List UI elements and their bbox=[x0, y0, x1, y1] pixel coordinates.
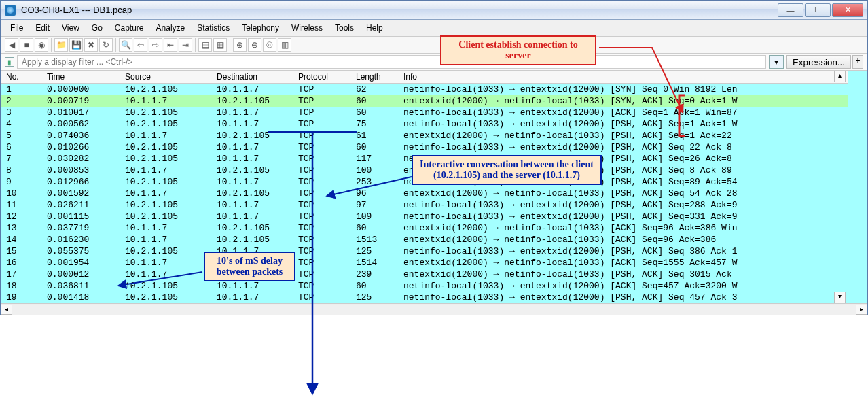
hscroll-track[interactable] bbox=[12, 305, 856, 315]
cell-no: 17 bbox=[1, 269, 41, 280]
packet-row[interactable]: 170.00001210.1.1.710.2.1.105TCP239entext… bbox=[1, 269, 867, 280]
packet-row[interactable]: 30.01001710.2.1.10510.1.1.7TCP60netinfo-… bbox=[1, 107, 867, 118]
close-file-button[interactable]: ✖ bbox=[84, 38, 98, 52]
filter-history-dropdown[interactable]: ▾ bbox=[769, 55, 784, 69]
zoom-reset-button[interactable]: ⦾ bbox=[263, 38, 276, 52]
cell-src: 10.1.1.7 bbox=[120, 257, 211, 269]
cell-time: 0.000012 bbox=[41, 269, 120, 280]
packet-row[interactable]: 10.00000010.2.1.10510.1.1.7TCP62netinfo-… bbox=[1, 84, 867, 96]
reload-button[interactable]: ↻ bbox=[99, 38, 113, 52]
menu-edit[interactable]: Edit bbox=[30, 22, 55, 34]
packet-row[interactable]: 130.03771910.1.1.710.2.1.105TCP60entextx… bbox=[1, 222, 867, 234]
cell-proto: TCP bbox=[293, 118, 350, 130]
cell-proto: TCP bbox=[293, 176, 350, 188]
cell-no: 13 bbox=[1, 222, 41, 234]
menu-view[interactable]: View bbox=[56, 22, 85, 34]
resize-cols-button[interactable]: ▥ bbox=[278, 38, 291, 52]
menu-go[interactable]: Go bbox=[86, 22, 108, 34]
packet-row[interactable]: 40.00056210.2.1.10510.1.1.7TCP75netinfo-… bbox=[1, 118, 867, 130]
menubar: File Edit View Go Capture Analyze Statis… bbox=[1, 20, 867, 37]
restart-capture-button[interactable]: ◉ bbox=[35, 38, 48, 52]
packet-row[interactable]: 140.01623010.1.1.710.2.1.105TCP1513entex… bbox=[1, 234, 867, 245]
col-protocol[interactable]: Protocol bbox=[293, 71, 350, 84]
cell-no: 7 bbox=[1, 153, 41, 165]
packet-row[interactable]: 110.02621110.2.1.10510.1.1.7TCP97netinfo… bbox=[1, 199, 867, 211]
expression-button[interactable]: Expression... bbox=[786, 55, 851, 69]
stop-capture-button[interactable]: ■ bbox=[20, 38, 33, 52]
packet-row[interactable]: 120.00111510.2.1.10510.1.1.7TCP109netinf… bbox=[1, 211, 867, 222]
maximize-button[interactable]: ☐ bbox=[805, 3, 831, 17]
cell-proto: TCP bbox=[293, 141, 350, 153]
packet-row[interactable]: 160.00195410.1.1.710.2.1.105TCP1514entex… bbox=[1, 257, 867, 269]
go-prev-button[interactable]: ⇦ bbox=[134, 38, 147, 52]
cell-len: 239 bbox=[350, 269, 398, 280]
menu-telephony[interactable]: Telephony bbox=[236, 22, 285, 34]
cell-src: 10.2.1.105 bbox=[120, 141, 211, 153]
bookmark-filter-icon[interactable]: ▮ bbox=[5, 57, 14, 67]
hscroll-left-button[interactable]: ◂ bbox=[1, 305, 12, 315]
auto-scroll-button[interactable]: ▤ bbox=[198, 38, 212, 52]
cell-dst: 10.1.1.7 bbox=[211, 141, 293, 153]
cell-time: 0.000000 bbox=[41, 84, 120, 96]
vscroll-down-button[interactable]: ▾ bbox=[834, 292, 846, 303]
cell-len: 75 bbox=[350, 118, 398, 130]
go-next-button[interactable]: ⇨ bbox=[149, 38, 162, 52]
add-filter-button[interactable]: + bbox=[852, 55, 863, 69]
cell-src: 10.1.1.7 bbox=[120, 95, 211, 107]
packet-row[interactable]: 190.00141810.2.1.10510.1.1.7TCP125netinf… bbox=[1, 292, 867, 303]
cell-src: 10.2.1.105 bbox=[120, 199, 211, 211]
packet-row[interactable]: 150.05537510.2.1.10510.1.1.7TCP125netinf… bbox=[1, 245, 867, 257]
hscrollbar[interactable]: ◂ ▸ bbox=[1, 303, 867, 315]
cell-len: 61 bbox=[350, 130, 398, 141]
main-toolbar: ◀ ■ ◉ 📁 💾 ✖ ↻ 🔍 ⇦ ⇨ ⇤ ⇥ ▤ ▦ ⊕ ⊖ ⦾ ▥ bbox=[1, 37, 867, 54]
cell-dst: 10.2.1.105 bbox=[211, 130, 293, 141]
window-title: CO3-CH8-EX1 --- DB1.pcap bbox=[21, 5, 132, 15]
menu-tools[interactable]: Tools bbox=[329, 22, 359, 34]
close-button[interactable]: ✕ bbox=[832, 3, 863, 17]
colorize-button[interactable]: ▦ bbox=[213, 38, 227, 52]
menu-capture[interactable]: Capture bbox=[109, 22, 149, 34]
col-source[interactable]: Source bbox=[120, 71, 211, 84]
cell-len: 125 bbox=[350, 245, 398, 257]
menu-statistics[interactable]: Statistics bbox=[192, 22, 235, 34]
zoom-out-button[interactable]: ⊖ bbox=[248, 38, 261, 52]
packet-list-table[interactable]: No. Time Source Destination Protocol Len… bbox=[1, 71, 867, 303]
zoom-in-button[interactable]: ⊕ bbox=[233, 38, 247, 52]
packet-row[interactable]: 100.00159210.1.1.710.2.1.105TCP96entextx… bbox=[1, 188, 867, 199]
display-filter-input[interactable] bbox=[17, 55, 766, 69]
col-time[interactable]: Time bbox=[41, 71, 120, 84]
menu-wireless[interactable]: Wireless bbox=[286, 22, 328, 34]
minimize-button[interactable]: — bbox=[778, 3, 803, 17]
packet-row[interactable]: 50.07403610.1.1.710.2.1.105TCP61entextxi… bbox=[1, 130, 867, 141]
go-first-button[interactable]: ⇤ bbox=[164, 38, 177, 52]
cell-time: 0.055375 bbox=[41, 245, 120, 257]
cell-proto: TCP bbox=[293, 153, 350, 165]
cell-time: 0.001592 bbox=[41, 188, 120, 199]
packet-row[interactable]: 180.03681110.2.1.10510.1.1.7TCP60netinfo… bbox=[1, 280, 867, 292]
packet-row[interactable]: 20.00071910.1.1.710.2.1.105TCP60entextxi… bbox=[1, 95, 867, 107]
cell-proto: TCP bbox=[293, 280, 350, 292]
go-last-button[interactable]: ⇥ bbox=[179, 38, 192, 52]
annot-delay: 10's of mS delay between packets bbox=[204, 252, 295, 281]
col-info[interactable]: Info bbox=[398, 71, 867, 84]
cell-time: 0.026211 bbox=[41, 199, 120, 211]
cell-len: 60 bbox=[350, 141, 398, 153]
cell-no: 1 bbox=[1, 84, 41, 96]
save-file-button[interactable]: 💾 bbox=[69, 38, 83, 52]
menu-analyze[interactable]: Analyze bbox=[151, 22, 191, 34]
col-destination[interactable]: Destination bbox=[211, 71, 293, 84]
packet-row[interactable]: 60.01026610.2.1.10510.1.1.7TCP60netinfo-… bbox=[1, 141, 867, 153]
col-length[interactable]: Length bbox=[350, 71, 398, 84]
menu-file[interactable]: File bbox=[5, 22, 29, 34]
col-no[interactable]: No. bbox=[1, 71, 41, 84]
start-capture-button[interactable]: ◀ bbox=[5, 38, 18, 52]
find-packet-button[interactable]: 🔍 bbox=[119, 38, 132, 52]
cell-time: 0.001115 bbox=[41, 211, 120, 222]
cell-info: entextxid(12000) → netinfo-local(1033) [… bbox=[398, 130, 867, 141]
cell-time: 0.030282 bbox=[41, 153, 120, 165]
vscroll-up-button[interactable]: ▴ bbox=[834, 71, 846, 82]
menu-help[interactable]: Help bbox=[361, 22, 388, 34]
hscroll-right-button[interactable]: ▸ bbox=[856, 305, 867, 315]
open-file-button[interactable]: 📁 bbox=[54, 38, 68, 52]
cell-no: 14 bbox=[1, 234, 41, 245]
